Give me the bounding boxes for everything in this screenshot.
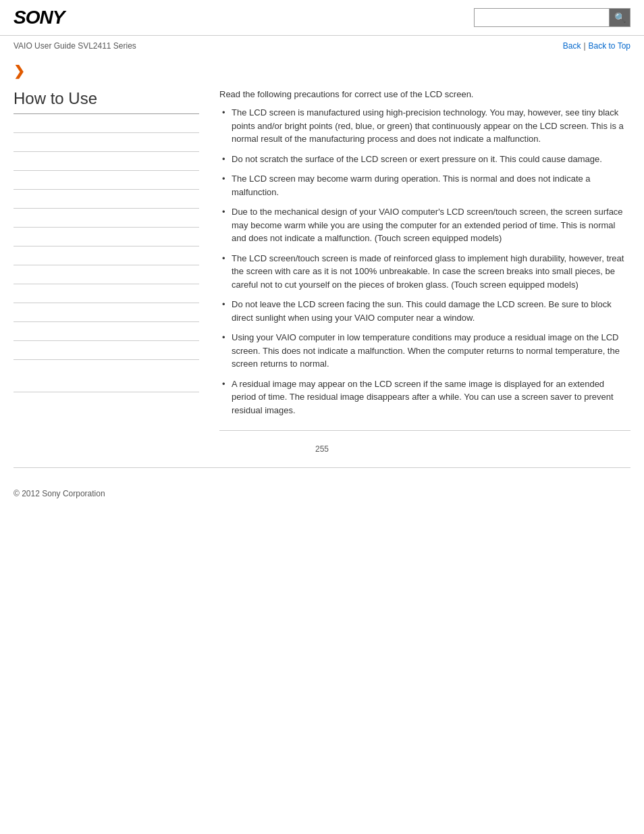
sidebar-item-14[interactable] bbox=[14, 373, 199, 392]
list-item: Do not scratch the surface of the LCD sc… bbox=[219, 153, 630, 166]
content-divider bbox=[219, 430, 630, 431]
search-input[interactable] bbox=[474, 8, 609, 27]
breadcrumb-area: ❯ bbox=[0, 56, 644, 82]
content-list: The LCD screen is manufactured using hig… bbox=[219, 106, 630, 417]
page-header: SONY 🔍 bbox=[0, 0, 644, 36]
nav-separator: | bbox=[583, 41, 585, 51]
sidebar-item-8[interactable] bbox=[14, 246, 199, 265]
sidebar-item-5[interactable] bbox=[14, 190, 199, 209]
nav-links: Back | Back to Top bbox=[563, 41, 630, 51]
sidebar-item-9[interactable] bbox=[14, 265, 199, 284]
sidebar-item-6[interactable] bbox=[14, 209, 199, 228]
chevron-right-icon[interactable]: ❯ bbox=[14, 63, 25, 78]
search-button[interactable]: 🔍 bbox=[609, 8, 630, 27]
sidebar-item-1[interactable] bbox=[14, 114, 199, 133]
content-intro: Read the following precautions for corre… bbox=[219, 89, 630, 99]
content-area: Read the following precautions for corre… bbox=[213, 82, 630, 431]
main-content: How to Use Read the following precaution… bbox=[0, 82, 644, 431]
page-number: 255 bbox=[0, 431, 644, 467]
nav-bar: VAIO User Guide SVL2411 Series Back | Ba… bbox=[0, 36, 644, 56]
list-item: The LCD screen may become warm during op… bbox=[219, 172, 630, 199]
list-item: Do not leave the LCD screen facing the s… bbox=[219, 298, 630, 324]
sidebar-item-11[interactable] bbox=[14, 303, 199, 322]
sidebar-item-4[interactable] bbox=[14, 171, 199, 190]
list-item: The LCD screen is manufactured using hig… bbox=[219, 106, 630, 146]
back-link[interactable]: Back bbox=[563, 41, 581, 51]
sidebar-item-7[interactable] bbox=[14, 228, 199, 246]
sidebar-item-13[interactable] bbox=[14, 341, 199, 360]
sidebar-gap bbox=[14, 360, 199, 373]
list-item: Due to the mechanical design of your VAI… bbox=[219, 205, 630, 245]
breadcrumb: VAIO User Guide SVL2411 Series bbox=[14, 41, 136, 51]
list-item: A residual image may appear on the LCD s… bbox=[219, 377, 630, 417]
back-to-top-link[interactable]: Back to Top bbox=[589, 41, 630, 51]
sidebar-item-3[interactable] bbox=[14, 152, 199, 171]
sidebar-item-2[interactable] bbox=[14, 133, 199, 152]
sidebar-title: How to Use bbox=[14, 89, 199, 114]
list-item: The LCD screen/touch screen is made of r… bbox=[219, 252, 630, 292]
sidebar-item-12[interactable] bbox=[14, 322, 199, 341]
list-item: Using your VAIO computer in low temperat… bbox=[219, 331, 630, 371]
footer: © 2012 Sony Corporation bbox=[0, 468, 644, 512]
sidebar-item-10[interactable] bbox=[14, 284, 199, 303]
sony-logo: SONY bbox=[14, 7, 64, 28]
sidebar: How to Use bbox=[14, 82, 213, 431]
search-area: 🔍 bbox=[474, 8, 630, 27]
copyright-text: © 2012 Sony Corporation bbox=[14, 489, 105, 498]
search-icon: 🔍 bbox=[614, 12, 626, 23]
